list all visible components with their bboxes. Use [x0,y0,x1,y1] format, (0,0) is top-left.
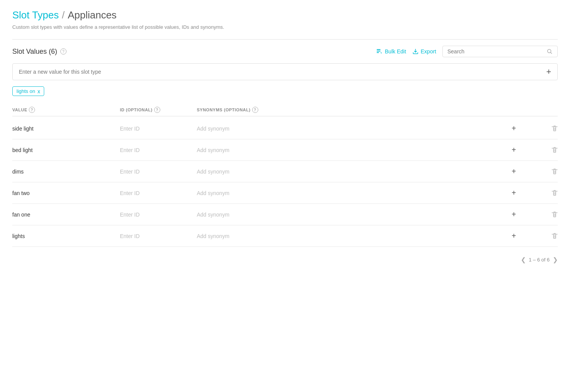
search-icon [547,48,553,55]
delete-cell-3[interactable] [535,190,558,197]
filter-tag-label: lights on [17,88,35,94]
table-row: lights + [12,225,558,247]
delete-row-button-2[interactable] [552,168,558,175]
toolbar-actions: Bulk Edit Export [376,46,558,57]
cell-id-5 [120,233,197,239]
search-box [442,46,558,57]
add-synonym-button-0[interactable]: + [512,124,516,133]
cell-synonym-5 [197,233,512,239]
cell-synonym-4 [197,212,512,218]
synonyms-col-help-icon[interactable]: ? [252,107,258,113]
cell-synonym-0 [197,126,512,132]
next-page-button[interactable]: ❯ [553,256,558,263]
cell-value-3: fan two [12,190,120,196]
toolbar: Slot Values (6) ? Bulk Edit [12,46,558,57]
delete-row-button-3[interactable] [552,190,558,197]
table-row: bed light + [12,139,558,161]
slot-values-help-icon[interactable]: ? [60,48,66,55]
synonym-input-1[interactable] [197,147,512,153]
svg-rect-0 [377,49,381,50]
add-synonym-button-3[interactable]: + [512,189,516,197]
synonym-input-4[interactable] [197,212,512,218]
breadcrumb-current: Appliances [68,9,116,21]
cell-id-0 [120,126,197,132]
synonym-input-5[interactable] [197,233,512,239]
add-synonym-btn-5[interactable]: + [512,232,535,240]
slot-values-label: Slot Values (6) [12,48,57,56]
id-input-1[interactable] [120,147,197,153]
col-header-id: ID (OPTIONAL) ? [120,107,197,113]
page-subtitle: Custom slot types with values define a r… [12,24,558,30]
delete-cell-2[interactable] [535,168,558,175]
slot-values-table: VALUE ? ID (OPTIONAL) ? SYNONYMS (OPTION… [12,104,558,247]
export-button[interactable]: Export [412,48,436,55]
table-header: VALUE ? ID (OPTIONAL) ? SYNONYMS (OPTION… [12,104,558,116]
table-row: side light + [12,118,558,139]
slot-values-heading: Slot Values (6) ? [12,48,66,56]
breadcrumb-slot-types[interactable]: Slot Types [12,9,59,21]
add-synonym-button-5[interactable]: + [512,232,516,240]
cell-value-1: bed light [12,147,120,153]
search-input[interactable] [447,48,543,55]
new-value-input[interactable] [19,69,546,75]
table-row: fan two + [12,182,558,204]
add-synonym-button-1[interactable]: + [512,146,516,154]
synonym-input-2[interactable] [197,169,512,175]
cell-id-4 [120,212,197,218]
breadcrumb-separator: / [62,9,65,21]
cell-value-2: dims [12,169,120,175]
id-input-5[interactable] [120,233,197,239]
cell-id-1 [120,147,197,153]
cell-value-4: fan one [12,212,120,218]
col-header-value: VALUE ? [12,107,120,113]
pagination-label: 1 – 6 of 6 [529,257,550,263]
table-row: dims + [12,161,558,182]
synonym-input-3[interactable] [197,190,512,196]
bulk-edit-button[interactable]: Bulk Edit [376,48,406,55]
delete-row-button-5[interactable] [552,233,558,240]
id-col-help-icon[interactable]: ? [154,107,160,113]
delete-row-button-0[interactable] [552,125,558,132]
synonym-input-0[interactable] [197,126,512,132]
svg-rect-2 [377,52,379,53]
cell-value-5: lights [12,233,120,239]
cell-id-2 [120,169,197,175]
id-input-0[interactable] [120,126,197,132]
add-synonym-btn-3[interactable]: + [512,189,535,197]
bulk-edit-icon [376,48,382,55]
cell-synonym-2 [197,169,512,175]
delete-cell-5[interactable] [535,233,558,240]
delete-cell-1[interactable] [535,147,558,154]
add-synonym-btn-4[interactable]: + [512,210,535,219]
add-synonym-button-4[interactable]: + [512,210,516,219]
new-value-row: + [12,63,558,80]
add-synonym-button-2[interactable]: + [512,167,516,176]
filter-tag-close[interactable]: x [37,89,40,94]
id-input-3[interactable] [120,190,197,196]
breadcrumb: Slot Types / Appliances [12,9,558,21]
add-synonym-btn-2[interactable]: + [512,167,535,176]
table-rows-container: side light + bed light [12,118,558,247]
add-synonym-btn-0[interactable]: + [512,124,535,133]
delete-cell-4[interactable] [535,211,558,218]
pagination: ❮ 1 – 6 of 6 ❯ [12,253,558,263]
delete-row-button-1[interactable] [552,147,558,154]
cell-synonym-1 [197,147,512,153]
filter-tag: lights on x [12,86,44,96]
add-synonym-btn-1[interactable]: + [512,146,535,154]
delete-row-button-4[interactable] [552,211,558,218]
add-value-button[interactable]: + [546,68,551,76]
export-icon [412,48,419,55]
cell-value-0: side light [12,126,120,132]
svg-rect-1 [377,51,381,51]
cell-synonym-3 [197,190,512,196]
prev-page-button[interactable]: ❮ [521,256,526,263]
id-input-2[interactable] [120,169,197,175]
col-header-synonyms: SYNONYMS (OPTIONAL) ? [197,107,512,113]
cell-id-3 [120,190,197,196]
delete-cell-0[interactable] [535,125,558,132]
table-row: fan one + [12,204,558,225]
header-divider [12,39,558,40]
value-col-help-icon[interactable]: ? [29,107,35,113]
id-input-4[interactable] [120,212,197,218]
